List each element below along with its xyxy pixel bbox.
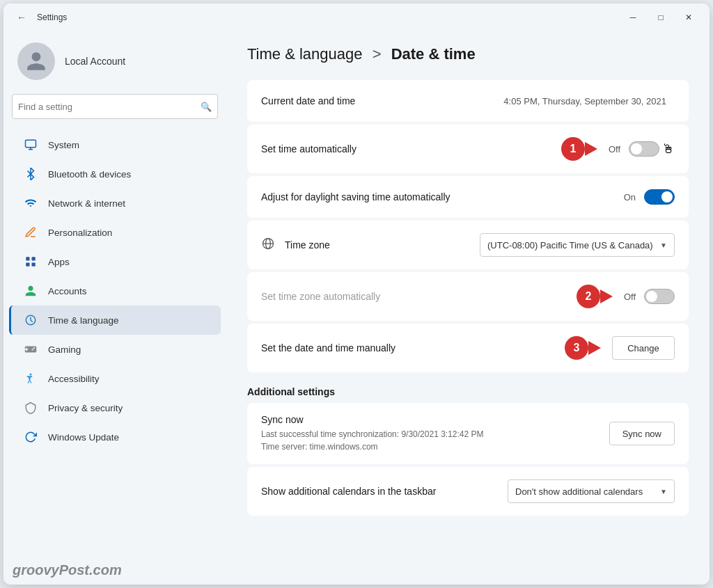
timezone-row: Time zone (UTC-08:00) Pacific Time (US &… (247, 221, 689, 269)
sync-desc: Last successful time synchronization: 9/… (261, 428, 609, 453)
time-icon (23, 312, 38, 328)
settings-card-manual: Set the date and time manually 3 Change (247, 324, 689, 372)
set-tz-auto-row: Set time zone automatically 2 Off (247, 272, 689, 321)
set-tz-auto-state: Off (624, 292, 636, 302)
sidebar-item-network[interactable]: Network & internet (9, 189, 221, 218)
sidebar-item-label-accessibility: Accessibility (48, 374, 100, 384)
badge3-wrapper: 3 (565, 336, 595, 360)
close-button[interactable]: ✕ (676, 8, 701, 27)
sync-title: Sync now (261, 414, 609, 425)
current-datetime-row: Current date and time 4:05 PM, Thursday,… (247, 80, 689, 122)
daylight-state: On (624, 192, 636, 202)
sidebar-item-personalization[interactable]: Personalization (9, 218, 221, 247)
sync-card: Sync now Last successful time synchroniz… (247, 403, 689, 464)
additional-calendars-label: Show additional calendars in the taskbar (261, 486, 508, 497)
sidebar-item-label-accounts: Accounts (48, 286, 87, 296)
update-icon (23, 429, 38, 445)
svg-rect-2 (32, 257, 36, 260)
timezone-icon (261, 237, 275, 254)
timezone-value: (UTC-08:00) Pacific Time (US & Canada) (487, 240, 655, 251)
titlebar: ← Settings ─ □ ✕ (3, 3, 710, 31)
window-controls: ─ □ ✕ (620, 8, 701, 27)
sidebar: Local Account 🔍 System (3, 31, 226, 585)
sync-info: Sync now Last successful time synchroniz… (261, 414, 609, 453)
sidebar-item-label-bluetooth: Bluetooth & devices (48, 169, 131, 180)
settings-card-auto-time: Set time automatically 1 Off 🖱 (247, 125, 689, 173)
sidebar-item-label-gaming: Gaming (48, 344, 81, 355)
maximize-button[interactable]: □ (648, 8, 673, 27)
annotation-badge-1: 1 (561, 137, 585, 161)
annotation-badge-2: 2 (577, 285, 600, 308)
additional-settings-header: Additional settings (247, 386, 689, 397)
cursor-icon: 🖱 (662, 142, 675, 157)
set-time-auto-state: Off (609, 144, 620, 154)
system-icon (23, 137, 38, 152)
bluetooth-icon (23, 166, 38, 182)
toggle-thumb-auto-time (631, 143, 642, 154)
accessibility-icon (23, 371, 38, 386)
toggle-thumb-daylight (661, 191, 673, 202)
set-tz-auto-label: Set time zone automatically (261, 291, 577, 302)
sidebar-item-gaming[interactable]: Gaming (9, 335, 221, 364)
current-datetime-value: 4:05 PM, Thursday, September 30, 2021 (503, 96, 666, 106)
set-tz-auto-toggle[interactable] (644, 289, 675, 304)
daylight-toggle[interactable] (644, 189, 675, 205)
settings-window: ← Settings ─ □ ✕ Local Account (3, 3, 710, 585)
sidebar-item-label-system: System (48, 140, 79, 150)
current-datetime-label: Current date and time (261, 95, 503, 106)
sidebar-item-bluetooth[interactable]: Bluetooth & devices (9, 159, 221, 189)
main-layout: Local Account 🔍 System (3, 31, 710, 585)
search-input[interactable] (18, 102, 196, 112)
privacy-icon (23, 400, 38, 415)
daylight-label: Adjust for daylight saving time automati… (261, 191, 624, 202)
content-area: Time & language > Date & time Current da… (226, 31, 710, 585)
manual-datetime-row: Set the date and time manually 3 Change (247, 324, 689, 372)
sidebar-item-label-apps: Apps (48, 257, 70, 267)
settings-card-auto-tz: Set time zone automatically 2 Off (247, 272, 689, 321)
sidebar-item-update[interactable]: Windows Update (9, 422, 221, 452)
window-title: Settings (37, 13, 67, 22)
svg-rect-3 (26, 263, 29, 267)
additional-calendars-row: Show additional calendars in the taskbar… (247, 467, 689, 516)
sidebar-item-label-time: Time & language (48, 315, 119, 326)
sidebar-item-accounts[interactable]: Accounts (9, 276, 221, 305)
sidebar-item-label-update: Windows Update (48, 432, 119, 443)
page-title: Date & time (391, 45, 476, 63)
set-time-auto-label: Set time automatically (261, 143, 561, 154)
back-button[interactable]: ← (12, 8, 31, 27)
timezone-dropdown[interactable]: (UTC-08:00) Pacific Time (US & Canada) ▼ (480, 233, 675, 257)
search-icon: 🔍 (201, 102, 212, 112)
sidebar-item-system[interactable]: System (9, 130, 221, 159)
user-icon (25, 50, 47, 72)
sidebar-item-accessibility[interactable]: Accessibility (9, 364, 221, 393)
network-icon (23, 196, 38, 211)
sync-desc-line2: Time server: time.windows.com (261, 442, 378, 452)
gaming-icon (23, 342, 38, 357)
sidebar-item-apps[interactable]: Apps (9, 247, 221, 276)
settings-card-datetime: Current date and time 4:05 PM, Thursday,… (247, 80, 689, 122)
settings-card-calendars: Show additional calendars in the taskbar… (247, 467, 689, 516)
sync-now-button[interactable]: Sync now (609, 422, 675, 445)
personalization-icon (23, 225, 38, 240)
change-button[interactable]: Change (612, 336, 675, 360)
search-container: 🔍 (3, 94, 226, 130)
svg-point-6 (30, 374, 32, 376)
svg-rect-4 (32, 263, 36, 267)
sidebar-item-privacy[interactable]: Privacy & security (9, 393, 221, 422)
sidebar-item-time[interactable]: Time & language (9, 305, 221, 335)
search-box[interactable]: 🔍 (12, 94, 218, 119)
set-time-auto-row: Set time automatically 1 Off 🖱 (247, 125, 689, 173)
accounts-icon (23, 283, 38, 299)
sidebar-item-label-network: Network & internet (48, 198, 125, 209)
additional-calendars-dropdown[interactable]: Don't show additional calendars ▼ (508, 479, 675, 503)
svg-rect-1 (26, 257, 29, 260)
sync-desc-line1: Last successful time synchronization: 9/… (261, 429, 484, 439)
minimize-button[interactable]: ─ (620, 8, 645, 27)
user-name: Local Account (65, 56, 125, 67)
additional-calendars-value: Don't show additional calendars (515, 486, 655, 497)
badge1-wrapper: 1 (561, 137, 592, 161)
set-time-auto-toggle[interactable] (629, 141, 659, 157)
settings-card-timezone: Time zone (UTC-08:00) Pacific Time (US &… (247, 221, 689, 269)
svg-rect-0 (26, 140, 36, 148)
daylight-row: Adjust for daylight saving time automati… (247, 176, 689, 218)
